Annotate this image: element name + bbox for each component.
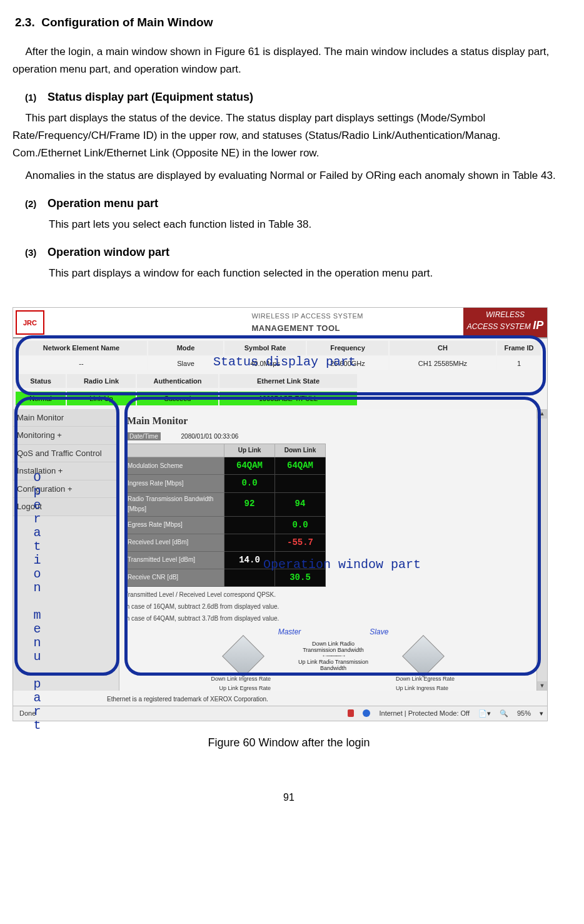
- opwin-title: Main Monitor: [127, 413, 542, 429]
- col-hdr-uplink: Up Link: [224, 444, 275, 457]
- menu-item-qos[interactable]: QoS and Traffic Control: [13, 445, 119, 462]
- dl-radio-label: Down Link Radio Transmission Bandwidth: [296, 641, 371, 654]
- shield-icon: [348, 709, 354, 717]
- section-heading: 2.3. Configuration of Main Window: [15, 13, 565, 32]
- sub-number: (2): [25, 196, 48, 212]
- sub-title: Operation window part: [48, 246, 169, 258]
- sub-title: Status display part (Equipment status): [48, 91, 253, 103]
- mgmt-line2: MANAGEMENT TOOL: [251, 322, 363, 335]
- sub-number: (1): [25, 90, 48, 106]
- figure-screenshot: JRC WIRELESS IP ACCESS SYSTEM MANAGEMENT…: [13, 307, 548, 721]
- management-tool-title: WIRELESS IP ACCESS SYSTEM MANAGEMENT TOO…: [251, 308, 463, 338]
- status-val-cell: CH1 25585MHz: [390, 357, 496, 370]
- status2-hdr-cell: Radio Link: [67, 374, 136, 388]
- zoom-icon[interactable]: 🔍: [500, 708, 508, 719]
- status2-hdr-cell: Authentication: [137, 374, 218, 388]
- annotation-label-status: Status display part: [213, 352, 356, 372]
- browser-status-bar: Done Internet | Protected Mode: Off 📄▾ 🔍…: [13, 706, 547, 720]
- status2-val-cell: Succeed: [137, 392, 218, 405]
- master-label: Master: [278, 626, 301, 639]
- subheading-1: (1)Status display part (Equipment status…: [25, 88, 565, 107]
- operation-window-part: Main Monitor Date/Time 2080/01/01 00:33:…: [119, 409, 547, 691]
- footnote-3: In case of 64QAM, subtract 3.7dB from di…: [124, 614, 542, 622]
- figure-body: Main Monitor Monitoring + QoS and Traffi…: [13, 409, 547, 691]
- antenna-diagram: Down Link Radio Transmission Bandwidth ←…: [124, 641, 542, 672]
- diamond-icon: [402, 635, 445, 678]
- subheading-2: (2)Operation menu part: [25, 195, 565, 213]
- status-hdr-cell: Network Element Name: [16, 341, 147, 355]
- status-val-cell: --: [16, 357, 147, 370]
- status-val-cell: 1: [497, 357, 541, 370]
- table-row: Modulation Scheme64QAM64QAM: [125, 457, 326, 475]
- status2-hdr-cell: Ethernet Link State: [219, 374, 357, 388]
- sub2-body: This part lets you select each function …: [49, 216, 565, 233]
- intro-paragraph: After the login, a main window shown in …: [13, 43, 565, 78]
- sub-title: Operation menu part: [48, 197, 158, 210]
- brand-l1: WIRELESS: [465, 310, 546, 319]
- table-row: Ingress Rate [Mbps]0.0: [125, 475, 326, 492]
- status-display-part: Network Element Name Mode Symbol Rate Fr…: [13, 338, 547, 409]
- sub-number: (3): [25, 245, 48, 261]
- status2-header-row: Status Radio Link Authentication Etherne…: [16, 374, 545, 388]
- status-hdr-cell: CH: [390, 341, 496, 355]
- section-title-text: Configuration of Main Window: [41, 16, 213, 29]
- menu-item-main-monitor[interactable]: Main Monitor: [13, 409, 119, 427]
- status2-val-cell: Link Up: [67, 392, 136, 405]
- dl-egress-label: Down Link Egress Rate: [396, 674, 458, 684]
- sub1-body1: This part displays the status of the dev…: [13, 109, 565, 162]
- brand-badge: WIRELESS ACCESS SYSTEM IP: [463, 308, 547, 338]
- footnote-1: Transmitted Level / Received Level corre…: [124, 591, 542, 599]
- vertical-scrollbar[interactable]: [536, 409, 547, 691]
- page-tools-icon[interactable]: 📄▾: [478, 708, 491, 719]
- col-hdr-blank: [125, 444, 224, 457]
- table-row: Egress Rate [Mbps]0.0: [125, 516, 326, 534]
- page-number: 91: [13, 789, 565, 806]
- menu-item-monitoring[interactable]: Monitoring +: [13, 427, 119, 444]
- col-hdr-downlink: Down Link: [275, 444, 326, 457]
- status-val-cell: Slave: [148, 357, 223, 370]
- footnote-2: In case of 16QAM, subtract 2.6dB from di…: [124, 602, 542, 611]
- sub3-body: This part displays a window for each fun…: [49, 265, 565, 282]
- app-header: JRC WIRELESS IP ACCESS SYSTEM MANAGEMENT…: [13, 308, 547, 339]
- status2-hdr-cell: Status: [16, 374, 66, 388]
- subheading-3: (3)Operation window part: [25, 243, 565, 262]
- status2-val-cell: 1000BASE-T/FULL: [219, 392, 357, 405]
- globe-icon: [363, 709, 370, 717]
- figure-caption: Figure 60 Window after the login: [13, 734, 565, 753]
- annotation-label-menu: Operation menu part: [27, 470, 48, 732]
- status-internet: Internet | Protected Mode: Off: [379, 708, 470, 719]
- dl-ingress-label: Down Link Ingress Rate: [208, 674, 271, 684]
- ul-egress-label: Up Link Egress Rate: [208, 684, 271, 693]
- jrc-logo: JRC: [16, 310, 44, 335]
- ul-ingress-label: Up Link Ingress Rate: [396, 684, 458, 693]
- status-hdr-cell: Frame ID: [497, 341, 541, 355]
- mgmt-line1: WIRELESS IP ACCESS SYSTEM: [251, 310, 363, 322]
- ethernet-trademark: Ethernet is a registered trademark of XE…: [107, 694, 547, 705]
- master-slave-labels: Master Slave: [124, 626, 542, 639]
- zoom-value: 95%: [517, 708, 531, 719]
- status2-value-row: Normal Link Up Succeed 1000BASE-T/FULL: [16, 392, 545, 405]
- diamond-icon: [222, 635, 264, 678]
- brand-ip: IP: [533, 319, 543, 332]
- status-hdr-cell: Mode: [148, 341, 223, 355]
- sub1-body2: Anomalies in the status are displayed by…: [13, 167, 565, 185]
- diagram-center-labels: Down Link Radio Transmission Bandwidth ←…: [296, 641, 371, 672]
- datetime-label: Date/Time: [127, 432, 161, 440]
- brand-l2: ACCESS SYSTEM: [467, 322, 531, 331]
- table-row: Radio Transmission Bandwidth [Mbps]9294: [125, 492, 326, 516]
- slave-label: Slave: [370, 626, 388, 639]
- table-row: Received Level [dBm]-55.7: [125, 534, 326, 551]
- datetime-value: 2080/01/01 00:33:06: [163, 433, 239, 440]
- annotation-label-window: Operation window part: [263, 554, 421, 575]
- status2-val-cell: Normal: [16, 392, 66, 405]
- zoom-dropdown[interactable]: ▾: [540, 708, 543, 719]
- ul-radio-label: Up Link Radio Transmission Bandwidth: [296, 659, 371, 672]
- section-number: 2.3.: [15, 16, 35, 29]
